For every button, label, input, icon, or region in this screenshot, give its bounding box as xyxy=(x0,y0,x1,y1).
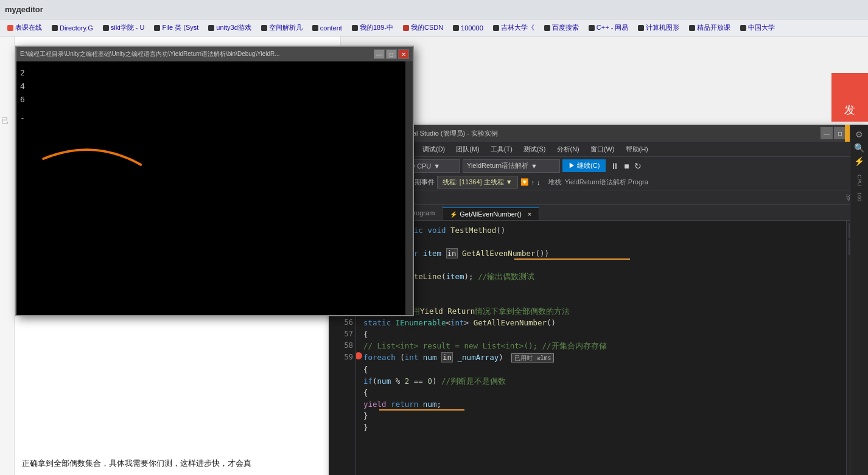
vs-menu-item-5[interactable]: 工具(T) xyxy=(486,144,517,155)
vs-menu-item-6[interactable]: 测试(S) xyxy=(519,144,551,155)
vs-project-dropdown[interactable]: YieldReturn语法解析 ▼ xyxy=(463,159,560,173)
bookmark-icon-5 xyxy=(261,25,267,31)
bookmark-item-15[interactable]: 中国大学 xyxy=(737,22,779,33)
bookmark-label-5: 空间解析几 xyxy=(269,23,303,32)
vs-restart-btn[interactable]: ↻ xyxy=(634,161,642,171)
vs-stop-btn[interactable]: ■ xyxy=(624,161,629,171)
bookmark-label-3: File 类 (Syst xyxy=(162,23,198,32)
code-line-10: { xyxy=(363,328,839,340)
vs-tab-close-1[interactable]: × xyxy=(528,210,531,218)
vs-menu-item-9[interactable]: 帮助(H) xyxy=(621,144,653,155)
code-line-2: foreach (var item in GetAllEvenNumber()) xyxy=(363,248,839,259)
bookmark-item-8[interactable]: 我的CSDN xyxy=(399,22,447,33)
bookmark-item-9[interactable]: 100000 xyxy=(449,23,487,33)
code-line-5: } xyxy=(363,282,839,294)
bookmark-icon-0 xyxy=(7,25,13,31)
bookmark-icon-3 xyxy=(154,25,160,31)
code-line-8: //测试我们使用Yield Return情况下拿到全部偶数的方法 xyxy=(363,305,839,317)
code-line-17: yield return num; xyxy=(363,398,839,410)
browser-titlebar: mудeditor xyxy=(0,0,868,19)
bookmark-item-5[interactable]: 空间解析几 xyxy=(257,22,306,33)
bookmarks-bar: 表课在线Directory.Gsiki学院 - UFile 类 (Systuni… xyxy=(0,19,868,36)
vs-tab-label-1: GetAllEvenNumber() xyxy=(460,210,521,218)
bookmark-item-11[interactable]: 百度搜索 xyxy=(541,22,583,33)
console-minimize-btn[interactable]: — xyxy=(374,49,385,59)
vs-tab-icon-1: ⚡ xyxy=(450,211,457,218)
bookmark-item-0[interactable]: 表课在线 xyxy=(4,22,46,33)
code-line-6: } xyxy=(363,294,839,305)
code-line-11: // List<int> result = new List<int>(); /… xyxy=(363,340,839,352)
console-line-numbers: 2 4 6 - xyxy=(20,66,25,125)
bookmark-label-14: 精品开放课 xyxy=(697,23,730,32)
vs-menu-item-7[interactable]: 分析(N) xyxy=(552,144,584,155)
console-drawing xyxy=(16,61,413,315)
vs-menu-item-8[interactable]: 窗口(W) xyxy=(586,144,620,155)
console-window[interactable]: E:\编程工程目录\Unity之编程基础\Unity之编程语言内功\YieldR… xyxy=(15,46,414,316)
console-titlebar: E:\编程工程目录\Unity之编程基础\Unity之编程语言内功\YieldR… xyxy=(16,47,413,61)
vs-run-btn[interactable]: ▶ 继续(C) xyxy=(562,159,606,172)
bookmark-item-13[interactable]: 计算机图形 xyxy=(634,22,683,33)
console-close-btn[interactable]: ✕ xyxy=(398,49,409,59)
code-line-13: foreach (int num in _numArray) 已用时 ≤1ms xyxy=(363,352,839,364)
code-line-16: { xyxy=(363,387,839,398)
blog-line-numbers: 已 xyxy=(0,36,15,475)
vs-code-content[interactable]: static public void TestMethod(){ foreach… xyxy=(356,221,846,475)
console-body: 2 4 6 - xyxy=(16,61,413,315)
diag-panel: ⚙ 🔍 ⚡ CPU 100 xyxy=(850,125,868,475)
console-maximize-btn[interactable]: □ xyxy=(386,49,397,59)
diag-cpu-label: CPU xyxy=(856,175,863,186)
bookmark-item-14[interactable]: 精品开放课 xyxy=(685,22,734,33)
bookmark-icon-13 xyxy=(638,25,644,31)
code-line-15: if(num % 2 == 0) //判断是不是偶数 xyxy=(363,375,839,387)
vs-menu-item-4[interactable]: 团队(M) xyxy=(451,144,485,155)
code-line-19: } xyxy=(363,421,839,433)
post-label: 发 xyxy=(842,96,857,99)
vs-nav-down-btn[interactable]: ↓ xyxy=(537,179,541,186)
bookmark-label-12: C++ - 网易 xyxy=(597,23,629,32)
bookmark-item-3[interactable]: File 类 (Syst xyxy=(150,22,202,33)
code-line-18: } xyxy=(363,410,839,421)
diag-value: 100 xyxy=(856,192,863,201)
bookmark-item-12[interactable]: C++ - 网易 xyxy=(585,22,632,33)
vs-nav-up-btn[interactable]: ↑ xyxy=(531,179,535,186)
bookmark-icon-14 xyxy=(689,25,695,31)
code-line-4: Console.WriteLine(item); //输出偶数测试 xyxy=(363,271,839,282)
vs-tab-1[interactable]: ⚡GetAllEvenNumber()× xyxy=(443,207,539,220)
bookmark-item-6[interactable]: content xyxy=(309,23,346,33)
code-line-0: static public void TestMethod() xyxy=(363,224,839,236)
blog-text: 正确拿到全部偶数集合，具体我需要你们测，这样进步快，才会真 xyxy=(22,459,251,468)
browser-title: mудeditor xyxy=(5,5,43,14)
vs-filter-icon[interactable]: 🔽 xyxy=(520,178,529,186)
bookmark-item-7[interactable]: 我的189-中 xyxy=(348,22,397,33)
bookmark-label-10: 吉林大学《 xyxy=(501,23,534,32)
bookmark-label-15: 中国大学 xyxy=(748,23,775,32)
diag-filter-icon[interactable]: 🔍 xyxy=(854,143,864,153)
bookmark-icon-11 xyxy=(544,25,550,31)
bookmark-icon-4 xyxy=(208,25,214,31)
bookmark-label-8: 我的CSDN xyxy=(411,23,443,32)
bookmark-label-7: 我的189-中 xyxy=(360,23,393,32)
bookmark-item-4[interactable]: unity3d游戏 xyxy=(205,22,254,33)
bookmark-item-2[interactable]: siki学院 - U xyxy=(99,22,149,33)
bookmark-icon-9 xyxy=(453,25,459,31)
vs-menu-item-3[interactable]: 调试(D) xyxy=(418,144,450,155)
vs-minimize-btn[interactable]: — xyxy=(821,127,833,139)
code-line-1: { xyxy=(363,236,839,248)
diag-settings-icon[interactable]: ⚙ xyxy=(855,130,863,139)
bookmark-icon-6 xyxy=(312,25,318,31)
bookmark-item-10[interactable]: 吉林大学《 xyxy=(489,22,538,33)
vs-maximize-btn[interactable]: □ xyxy=(834,127,846,139)
breakpoint-indicator xyxy=(356,352,362,359)
bookmark-label-6: content xyxy=(320,24,342,32)
console-title: E:\编程工程目录\Unity之编程基础\Unity之编程语言内功\YieldR… xyxy=(20,50,374,58)
vs-pause-btn[interactable]: ⏸ xyxy=(611,161,619,171)
bookmark-icon-7 xyxy=(352,25,358,31)
diag-events-icon[interactable]: ⚡ xyxy=(854,156,864,166)
code-line-3: { xyxy=(363,259,839,271)
console-scrollbar[interactable] xyxy=(405,61,413,315)
post-button[interactable]: 发 xyxy=(831,73,868,122)
bookmark-item-1[interactable]: Directory.G xyxy=(48,23,97,33)
bookmark-label-2: siki学院 - U xyxy=(111,23,145,32)
vs-thread-selector[interactable]: 线程: [11364] 主线程 ▼ xyxy=(437,176,518,189)
vs-stack-label: 堆栈: YieldReturn语法解析.Progra xyxy=(548,178,648,187)
